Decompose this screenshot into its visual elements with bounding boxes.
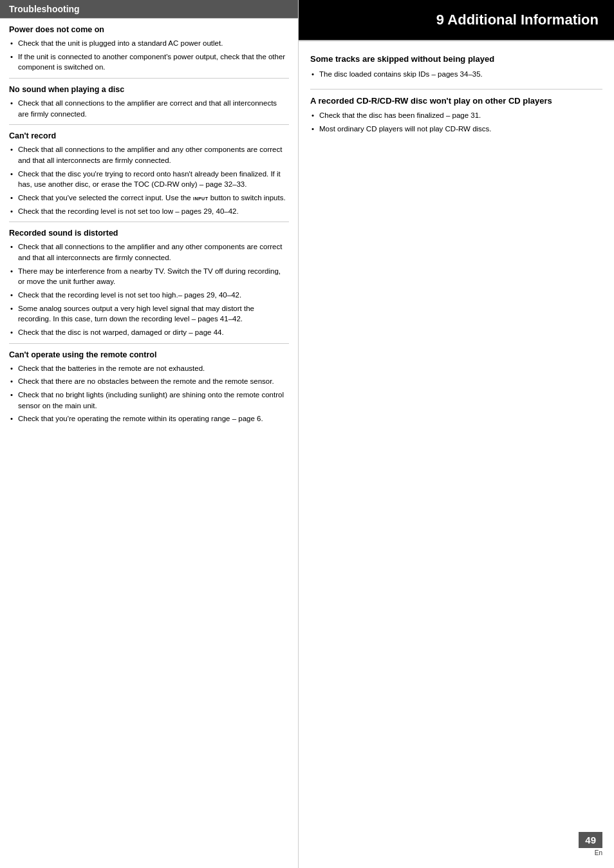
- list-item: Check that the recording level is not se…: [9, 206, 289, 217]
- right-content: Some tracks are skipped without being pl…: [299, 41, 614, 150]
- section-tracks-skipped-list: The disc loaded contains skip IDs – page…: [310, 69, 602, 80]
- list-item: Check that the disc has been finalized –…: [310, 110, 602, 121]
- section-power-list: Check that the unit is plugged into a st…: [9, 38, 289, 73]
- section-tracks-skipped: Some tracks are skipped without being pl…: [310, 48, 602, 90]
- section-remote-list: Check that the batteries in the remote a…: [9, 363, 289, 424]
- section-cant-record: Can't record Check that all connections …: [9, 125, 289, 222]
- chapter-title: 9 Additional Information: [299, 0, 614, 40]
- section-distorted-title: Recorded sound is distorted: [9, 229, 289, 238]
- list-item: Most ordinary CD players will not play C…: [310, 124, 602, 135]
- section-cant-record-title: Can't record: [9, 131, 289, 140]
- list-item: The disc loaded contains skip IDs – page…: [310, 69, 602, 80]
- list-item: Check that the disc you're trying to rec…: [9, 169, 289, 190]
- list-item: Check that the batteries in the remote a…: [9, 363, 289, 374]
- page-number: 49: [579, 832, 602, 848]
- list-item: Check that the recording level is not se…: [9, 290, 289, 301]
- section-tracks-skipped-title: Some tracks are skipped without being pl…: [310, 54, 602, 65]
- left-column: Troubleshooting Power does not come on C…: [0, 0, 299, 868]
- list-item: There may be interference from a nearby …: [9, 266, 289, 287]
- troubleshooting-header: Troubleshooting: [0, 0, 298, 18]
- left-content: Power does not come on Check that the un…: [0, 19, 298, 429]
- section-no-sound-list: Check that all connections to the amplif…: [9, 98, 289, 119]
- section-distorted: Recorded sound is distorted Check that a…: [9, 222, 289, 343]
- section-cant-record-list: Check that all connections to the amplif…: [9, 144, 289, 216]
- section-cdr-wont-play-list: Check that the disc has been finalized –…: [310, 110, 602, 134]
- section-remote-title: Can't operate using the remote control: [9, 350, 289, 359]
- list-item: Check that all connections to the amplif…: [9, 98, 289, 119]
- section-cdr-wont-play: A recorded CD-R/CD-RW disc won't play on…: [310, 90, 602, 144]
- language-label: En: [595, 849, 602, 856]
- list-item: Check that the unit is plugged into a st…: [9, 38, 289, 49]
- right-column: 9 Additional Information Some tracks are…: [299, 0, 614, 868]
- list-item: Check that you've selected the correct i…: [9, 193, 289, 203]
- list-item: Check that all connections to the amplif…: [9, 144, 289, 165]
- section-cdr-wont-play-title: A recorded CD-R/CD-RW disc won't play on…: [310, 96, 602, 107]
- list-item: If the unit is connected to another comp…: [9, 52, 289, 73]
- list-item: Check that you're operating the remote w…: [9, 413, 289, 424]
- list-item: Check that the disc is not warped, damag…: [9, 327, 289, 338]
- section-remote: Can't operate using the remote control C…: [9, 344, 289, 429]
- section-distorted-list: Check that all connections to the amplif…: [9, 241, 289, 337]
- troubleshooting-title: Troubleshooting: [9, 4, 80, 14]
- chapter-title-text: 9 Additional Information: [436, 12, 599, 28]
- footer: 49 En: [579, 832, 602, 856]
- list-item: Check that no bright lights (including s…: [9, 390, 289, 411]
- list-item: Check that there are no obstacles betwee…: [9, 376, 289, 387]
- section-no-sound-title: No sound when playing a disc: [9, 85, 289, 94]
- section-power: Power does not come on Check that the un…: [9, 19, 289, 79]
- section-power-title: Power does not come on: [9, 25, 289, 34]
- list-item: Some analog sources output a very high l…: [9, 303, 289, 325]
- input-label: input: [193, 194, 209, 202]
- page: Troubleshooting Power does not come on C…: [0, 0, 614, 868]
- section-no-sound: No sound when playing a disc Check that …: [9, 79, 289, 125]
- list-item: Check that all connections to the amplif…: [9, 241, 289, 263]
